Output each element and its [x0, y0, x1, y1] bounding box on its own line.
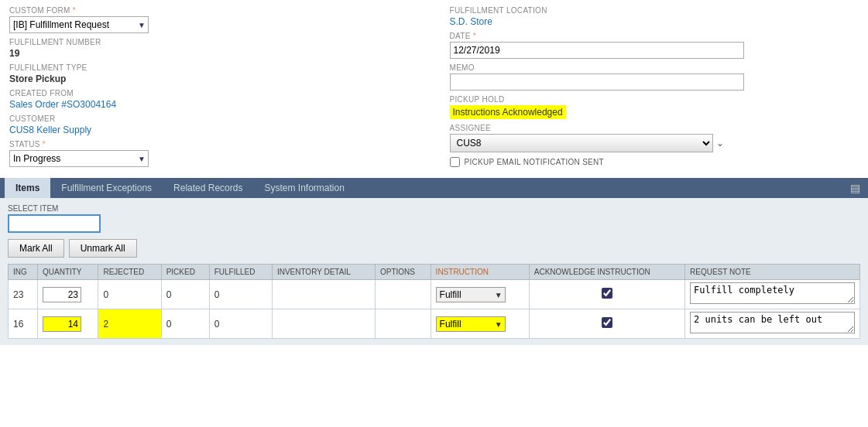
pickup-hold-badge: Instructions Acknowledged	[450, 105, 566, 119]
pickup-email-label: PICKUP EMAIL NOTIFICATION SENT	[465, 158, 605, 166]
assignee-row: CUS8 ⌄	[450, 134, 859, 152]
fulfillment-number-field: FULFILLMENT NUMBER 19	[9, 38, 419, 59]
fulfillment-number-label: FULFILLMENT NUMBER	[9, 38, 419, 46]
acknowledge-checkbox[interactable]	[602, 317, 612, 328]
pickup-email-checkbox[interactable]	[450, 157, 460, 167]
select-item-group: SELECT ITEM	[8, 204, 860, 233]
cell-request-note[interactable]	[684, 309, 859, 339]
col-ing: ING	[9, 265, 38, 280]
col-rejected: REJECTED	[98, 265, 161, 280]
customer-label: CUSTOMER	[9, 114, 419, 123]
cell-request-note[interactable]	[684, 280, 859, 309]
custom-form-field: CUSTOM FORM * [IB] Fulfillment Request ▼	[9, 6, 419, 33]
request-note-textarea[interactable]	[690, 312, 855, 333]
cell-picked: 0	[161, 309, 209, 339]
table-row: 23000Fulfill▼	[9, 280, 860, 309]
created-from-field: CREATED FROM Sales Order #SO3004164	[9, 89, 419, 110]
cell-inventory-detail	[272, 309, 375, 339]
tab-items[interactable]: Items	[5, 178, 50, 198]
status-required: *	[43, 140, 46, 149]
cell-fulfilled: 0	[209, 309, 272, 339]
status-select-wrapper[interactable]: In Progress ▼	[9, 150, 149, 167]
pickup-hold-label: PICKUP HOLD	[450, 95, 859, 104]
items-table: ING QUANTITY REJECTED PICKED FULFILLED I…	[8, 264, 860, 339]
col-options: OPTIONS	[376, 265, 431, 280]
cell-ing: 16	[9, 309, 38, 339]
memo-field: MEMO	[450, 63, 859, 91]
fulfillment-type-field: FULFILLMENT TYPE Store Pickup	[9, 63, 419, 84]
status-field: STATUS * In Progress ▼	[9, 140, 419, 167]
unmark-all-button[interactable]: Unmark All	[69, 239, 137, 258]
cell-quantity[interactable]	[37, 280, 98, 309]
custom-form-label: CUSTOM FORM *	[9, 6, 419, 15]
cell-options	[376, 280, 431, 309]
cell-instruction[interactable]: Fulfill▼	[431, 280, 529, 309]
collapse-icon[interactable]: ▤	[847, 179, 863, 197]
created-from-link[interactable]: Sales Order #SO3004164	[9, 99, 116, 110]
col-instruction: INSTRUCTION	[431, 265, 529, 280]
date-required: *	[473, 32, 476, 40]
cell-picked: 0	[161, 280, 209, 309]
request-note-textarea[interactable]	[690, 282, 855, 304]
pickup-email-row: PICKUP EMAIL NOTIFICATION SENT	[450, 157, 859, 167]
pickup-hold-field: PICKUP HOLD Instructions Acknowledged	[450, 95, 859, 119]
select-item-label: SELECT ITEM	[8, 204, 860, 213]
tab-system-information[interactable]: System Information	[253, 178, 355, 198]
date-input[interactable]	[450, 42, 744, 59]
cell-rejected: 0	[98, 280, 161, 309]
cell-fulfilled: 0	[209, 280, 272, 309]
custom-form-select[interactable]: [IB] Fulfillment Request	[9, 16, 149, 33]
cell-inventory-detail	[272, 280, 375, 309]
assignee-label: ASSIGNEE	[450, 124, 859, 132]
date-label: DATE *	[450, 32, 859, 40]
col-acknowledge-instruction: ACKNOWLEDGE INSTRUCTION	[529, 265, 684, 280]
col-quantity: QUANTITY	[37, 265, 98, 280]
memo-label: MEMO	[450, 63, 859, 72]
tab-related-records[interactable]: Related Records	[163, 178, 253, 198]
cell-rejected: 2	[98, 309, 161, 339]
table-row: 16200Fulfill▼	[9, 309, 860, 339]
tab-fulfillment-exceptions[interactable]: Fulfillment Exceptions	[50, 178, 163, 198]
col-inventory-detail: INVENTORY DETAIL	[272, 265, 375, 280]
custom-form-select-wrapper[interactable]: [IB] Fulfillment Request ▼	[9, 16, 149, 33]
action-buttons: Mark All Unmark All	[8, 239, 860, 258]
status-label: STATUS *	[9, 140, 419, 149]
cell-acknowledge[interactable]	[529, 309, 684, 339]
assignee-select-arrow: ⌄	[716, 138, 724, 149]
cell-quantity[interactable]	[37, 309, 98, 339]
fulfillment-type-value: Store Pickup	[9, 73, 419, 84]
cell-options	[376, 309, 431, 339]
select-item-input[interactable]	[8, 214, 101, 233]
assignee-select[interactable]: CUS8	[450, 134, 713, 152]
col-picked: PICKED	[161, 265, 209, 280]
fulfillment-location-link[interactable]: S.D. Store	[450, 16, 492, 27]
instruction-select[interactable]: Fulfill	[436, 287, 506, 302]
instruction-select[interactable]: Fulfill	[436, 316, 506, 332]
fulfillment-number-value: 19	[9, 48, 419, 59]
fulfillment-location-label: FULFILLMENT LOCATION	[450, 6, 859, 15]
tabs-bar: Items Fulfillment Exceptions Related Rec…	[0, 178, 868, 198]
status-select[interactable]: In Progress	[9, 150, 149, 167]
customer-link[interactable]: CUS8 Keller Supply	[9, 125, 91, 135]
memo-input[interactable]	[450, 73, 744, 91]
date-field: DATE *	[450, 32, 859, 59]
custom-form-required: *	[73, 6, 76, 15]
cell-acknowledge[interactable]	[529, 280, 684, 309]
cell-ing: 23	[9, 280, 38, 309]
col-fulfilled: FULFILLED	[209, 265, 272, 280]
col-request-note: REQUEST NOTE	[684, 265, 859, 280]
mark-all-button[interactable]: Mark All	[8, 239, 64, 258]
customer-field: CUSTOMER CUS8 Keller Supply	[9, 114, 419, 135]
acknowledge-checkbox[interactable]	[602, 288, 612, 299]
fulfillment-type-label: FULFILLMENT TYPE	[9, 63, 419, 72]
fulfillment-location-field: FULFILLMENT LOCATION S.D. Store	[450, 6, 859, 27]
cell-instruction[interactable]: Fulfill▼	[431, 309, 529, 339]
items-content: SELECT ITEM Mark All Unmark All ING QUAN…	[0, 198, 868, 345]
created-from-label: CREATED FROM	[9, 89, 419, 97]
assignee-field: ASSIGNEE CUS8 ⌄	[450, 124, 859, 152]
table-header-row: ING QUANTITY REJECTED PICKED FULFILLED I…	[9, 265, 860, 280]
